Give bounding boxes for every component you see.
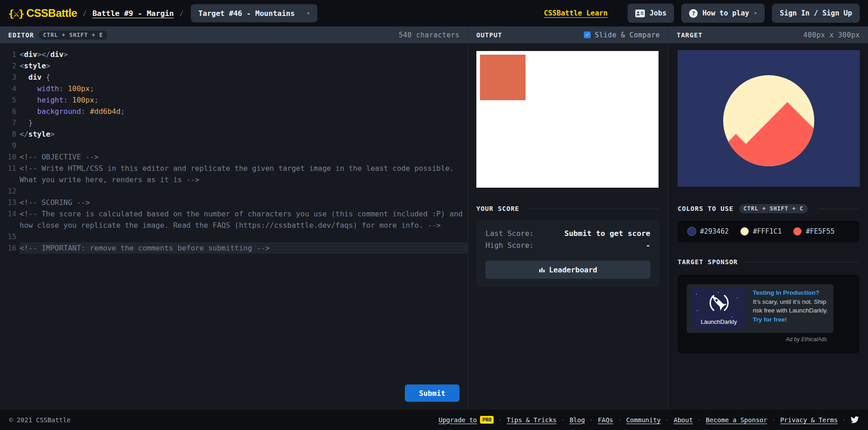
last-score-row: Last Score: Submit to get score	[485, 228, 650, 240]
code-line-active[interactable]: 16<!-- IMPORTANT: remove the comments be…	[0, 242, 468, 254]
target-select-dropdown[interactable]: Target #46 - Mountains ▾	[191, 4, 317, 22]
editor-panel: EDITOR CTRL + SHIFT + E 540 characters 1…	[0, 26, 468, 410]
line-number: 8	[0, 128, 16, 140]
line-number: 15	[0, 231, 16, 242]
target-image-canvas[interactable]	[678, 50, 860, 187]
divider	[818, 209, 859, 209]
footer-link-tips-tricks[interactable]: Tips & Tricks	[507, 416, 557, 424]
code-line[interactable]: 10<!-- OBJECTIVE -->	[0, 151, 468, 163]
code-line[interactable]: 3 div {	[0, 72, 468, 83]
chevron-down-icon: ▾	[754, 10, 757, 16]
target-panel: TARGET 400px x 300px COLORS TO USE CTRL …	[668, 26, 868, 410]
footer-links: Upgrade toPRO·Tips & Tricks·Blog·FAQs·Co…	[439, 416, 838, 424]
code-line[interactable]: 6 background: #dd6b4d;	[0, 106, 468, 117]
code-line[interactable]: 13<!-- SCORING -->	[0, 197, 468, 208]
output-render-canvas[interactable]	[476, 51, 659, 188]
line-number: 13	[0, 197, 16, 208]
color-swatch[interactable]: #FFF1C1	[740, 227, 781, 235]
color-swatch[interactable]: #293462	[688, 227, 729, 235]
launchdarkly-logo: LaunchDarkly	[691, 288, 746, 329]
sign-in-label: Sign In / Sign Up	[780, 9, 852, 17]
editor-panel-bar: EDITOR CTRL + SHIFT + E 540 characters	[0, 26, 468, 43]
line-number: 5	[0, 94, 16, 106]
swatch-hex-label: #FE5F55	[806, 227, 834, 235]
code-line[interactable]: 7 }	[0, 117, 468, 128]
line-number: 2	[0, 60, 16, 72]
code-line[interactable]: 1<div></div>	[0, 49, 468, 60]
footer-link-become-a-sponsor[interactable]: Become a Sponsor	[706, 416, 767, 424]
slide-compare-checkbox[interactable]: ✓	[584, 31, 591, 38]
editor-shortcut-badge: CTRL + SHIFT + E	[39, 31, 108, 40]
sponsor-ad-cta-link[interactable]: Try for free!	[753, 316, 787, 323]
mountains-target-image	[678, 50, 860, 187]
footer-link-about[interactable]: About	[674, 416, 693, 424]
ad-attribution: Ad by EthicalAds	[687, 336, 833, 343]
code-line[interactable]: 4 width: 100px;	[0, 83, 468, 94]
code-editor[interactable]: 1<div></div>2<style>3 div {4 width: 100p…	[0, 43, 468, 410]
code-line[interactable]: 9	[0, 140, 468, 151]
submit-button[interactable]: Submit	[405, 384, 460, 402]
line-number: 16	[0, 242, 16, 254]
target-dimensions: 400px x 300px	[803, 31, 860, 39]
your-score-heading: YOUR SCORE	[476, 205, 660, 212]
high-score-row: High Score: -	[485, 240, 650, 251]
line-number: 10	[0, 151, 16, 163]
code-line[interactable]: 8</style>	[0, 128, 468, 140]
rocket-icon	[707, 291, 731, 315]
contact-card-icon	[635, 10, 645, 17]
output-panel: OUTPUT ✓ Slide & Compare YOUR SCORE Last…	[468, 26, 668, 410]
logo-swords-icon: {⚔}	[8, 8, 24, 19]
sponsor-ad-copy: Testing In Production? It’s scary, until…	[753, 288, 829, 329]
line-number: 1	[0, 49, 16, 60]
slide-compare-label[interactable]: Slide & Compare	[595, 31, 660, 39]
footer-separator: ·	[697, 416, 701, 424]
launchdarkly-logo-text: LaunchDarkly	[691, 318, 746, 325]
code-line[interactable]: 11<!-- Write HTML/CSS in this editor and…	[0, 163, 468, 185]
swatch-hex-label: #293462	[700, 227, 729, 235]
footer-link-blog[interactable]: Blog	[570, 416, 585, 424]
jobs-button[interactable]: Jobs	[628, 4, 674, 23]
divider	[745, 262, 859, 262]
code-line[interactable]: 5 height: 100px;	[0, 94, 468, 106]
output-title: OUTPUT	[476, 31, 502, 39]
target-panel-bar: TARGET 400px x 300px	[669, 26, 868, 43]
footer-separator: ·	[561, 416, 565, 424]
swatch-dot	[740, 227, 749, 235]
breadcrumb-separator: /	[179, 9, 184, 18]
line-number: 12	[0, 185, 16, 197]
sponsor-ad[interactable]: LaunchDarkly Testing In Production? It’s…	[687, 284, 833, 333]
breadcrumb-battle-link[interactable]: Battle #9 - Margin	[92, 9, 174, 18]
last-score-label: Last Score:	[485, 228, 534, 240]
pro-badge: PRO	[480, 416, 494, 424]
question-mark-icon: ?	[689, 9, 698, 18]
line-number: 3	[0, 72, 16, 83]
line-number: 4	[0, 83, 16, 94]
logo-wordmark: CSSBattle	[26, 7, 77, 20]
twitter-icon[interactable]	[851, 416, 859, 423]
target-select-label: Target #46 - Mountains	[198, 9, 295, 18]
footer-link-community[interactable]: Community	[626, 416, 661, 424]
jobs-button-label: Jobs	[649, 9, 666, 17]
footer-separator: ·	[842, 416, 846, 424]
code-line[interactable]: 2<style>	[0, 60, 468, 72]
colors-to-use-heading: COLORS TO USE CTRL + SHIFT + C	[678, 204, 859, 213]
footer-link-faqs[interactable]: FAQs	[598, 416, 613, 424]
color-swatch[interactable]: #FE5F55	[793, 227, 834, 235]
output-rendered-square	[480, 55, 526, 100]
how-to-play-button[interactable]: ? How to play ▾	[681, 4, 765, 23]
code-line[interactable]: 15	[0, 231, 468, 242]
footer-link-privacy-terms[interactable]: Privacy & Terms	[780, 416, 837, 424]
line-number: 7	[0, 117, 16, 128]
footer-nav: Upgrade toPRO·Tips & Tricks·Blog·FAQs·Co…	[439, 416, 859, 424]
cssbattle-logo[interactable]: {⚔} CSSBattle	[8, 7, 77, 20]
sponsor-ad-headline[interactable]: Testing In Production?	[753, 289, 819, 296]
cssbattle-learn-link[interactable]: CSSBattle Learn	[544, 9, 608, 17]
sign-in-button[interactable]: Sign In / Sign Up	[772, 4, 860, 23]
swatch-hex-label: #FFF1C1	[753, 227, 781, 235]
app-header: {⚔} CSSBattle / Battle #9 - Margin / Tar…	[0, 0, 868, 26]
code-line[interactable]: 14<!-- The score is calculated based on …	[0, 208, 468, 231]
code-line[interactable]: 12	[0, 185, 468, 197]
footer-link-upgrade-to[interactable]: Upgrade toPRO	[439, 416, 494, 424]
breadcrumb-separator: /	[82, 9, 87, 18]
leaderboard-button[interactable]: Leaderboard	[485, 261, 650, 279]
